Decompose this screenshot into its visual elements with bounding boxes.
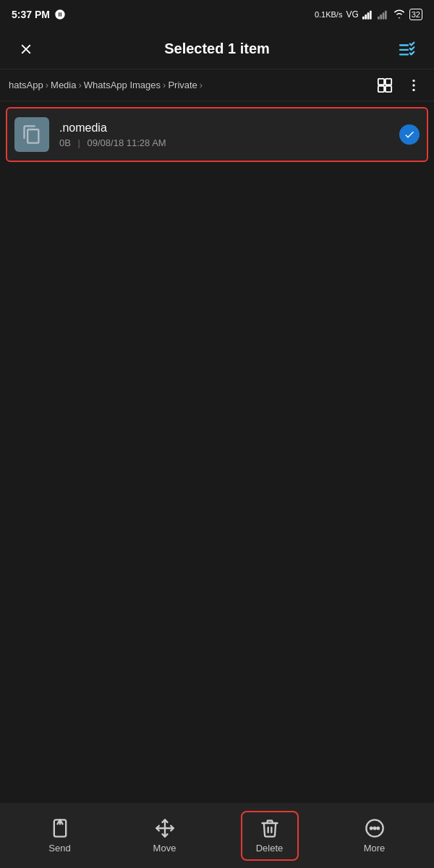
- svg-point-22: [377, 827, 379, 829]
- grid-view-button[interactable]: [373, 74, 396, 97]
- grid-icon: [377, 77, 393, 93]
- status-time: 5:37 PM: [12, 9, 66, 20]
- file-size: 0B: [59, 137, 71, 148]
- file-selected-checkbox[interactable]: [399, 124, 420, 145]
- file-date: 09/08/18 11:28 AM: [88, 137, 166, 148]
- svg-rect-0: [362, 17, 365, 20]
- svg-rect-6: [382, 12, 384, 19]
- breadcrumb-item-private[interactable]: Private: [168, 80, 197, 90]
- battery-indicator: 32: [409, 9, 422, 20]
- breadcrumb-actions: [373, 74, 425, 97]
- svg-rect-5: [380, 14, 382, 20]
- svg-rect-1: [365, 14, 367, 20]
- signal-icon-2: [378, 9, 389, 20]
- file-name: .nomedia: [59, 122, 399, 135]
- breadcrumb-item-whatsapp[interactable]: hatsApp: [9, 80, 43, 90]
- checkmark-icon: [404, 129, 415, 140]
- breadcrumb-more-button[interactable]: [402, 74, 425, 97]
- delete-icon: [260, 818, 280, 838]
- file-icon: [14, 117, 49, 152]
- header-title: Selected 1 item: [41, 41, 393, 57]
- move-button[interactable]: Move: [136, 812, 194, 859]
- send-icon: [50, 818, 70, 838]
- svg-rect-14: [386, 85, 391, 91]
- svg-rect-2: [367, 12, 369, 19]
- svg-rect-4: [378, 17, 380, 20]
- drive-icon: [54, 9, 66, 20]
- checklist-icon: [399, 41, 417, 57]
- app-header: Selected 1 item: [0, 29, 434, 69]
- vertical-dots-icon: [406, 77, 422, 93]
- send-label: Send: [48, 843, 70, 854]
- svg-rect-11: [378, 78, 384, 84]
- close-button[interactable]: [12, 35, 41, 64]
- send-button[interactable]: Send: [31, 812, 89, 859]
- checklist-button[interactable]: [393, 35, 422, 64]
- breadcrumb-item-media[interactable]: Media: [51, 80, 76, 90]
- document-copy-icon: [22, 124, 42, 145]
- delete-label: Delete: [256, 843, 284, 854]
- signal-icon: [362, 9, 374, 20]
- delete-button[interactable]: Delete: [241, 811, 299, 861]
- move-label: Move: [153, 843, 176, 854]
- status-bar: 5:37 PM 0.1KB/s VG 32: [0, 0, 434, 29]
- file-list: .nomedia 0B | 09/08/18 11:28 AM: [0, 101, 434, 168]
- svg-rect-12: [386, 78, 391, 84]
- more-icon: [365, 818, 385, 838]
- move-icon: [155, 818, 175, 838]
- svg-point-15: [412, 79, 414, 81]
- breadcrumb-item-whatsapp-images[interactable]: WhatsApp Images: [84, 80, 161, 90]
- file-info: .nomedia 0B | 09/08/18 11:28 AM: [59, 122, 399, 148]
- more-button[interactable]: More: [346, 812, 404, 859]
- wifi-icon: [393, 9, 406, 20]
- status-right: 0.1KB/s VG 32: [315, 9, 422, 20]
- svg-rect-13: [378, 85, 384, 91]
- svg-point-20: [370, 827, 372, 829]
- svg-rect-7: [385, 11, 387, 20]
- bottom-toolbar: Send Move Delete More: [0, 803, 434, 868]
- close-icon: [18, 41, 34, 57]
- svg-point-17: [412, 88, 414, 90]
- svg-rect-3: [370, 11, 372, 20]
- file-item[interactable]: .nomedia 0B | 09/08/18 11:28 AM: [6, 107, 428, 162]
- breadcrumb-bar: hatsApp › Media › WhatsApp Images › Priv…: [0, 69, 434, 101]
- svg-point-16: [412, 84, 414, 86]
- more-label: More: [364, 843, 386, 854]
- svg-point-21: [373, 827, 375, 829]
- file-meta: 0B | 09/08/18 11:28 AM: [59, 137, 399, 148]
